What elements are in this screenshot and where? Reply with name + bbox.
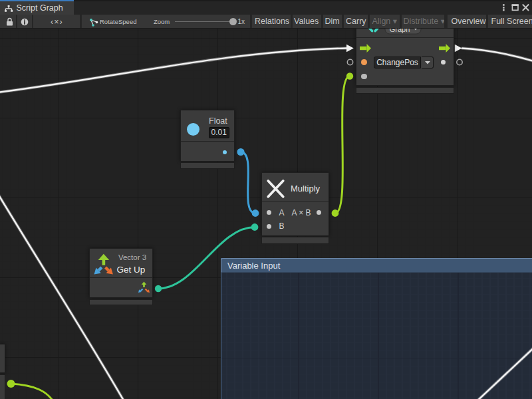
svg-text:Get Up: Get Up — [116, 264, 145, 274]
svg-text:Vector 3: Vector 3 — [118, 253, 146, 261]
